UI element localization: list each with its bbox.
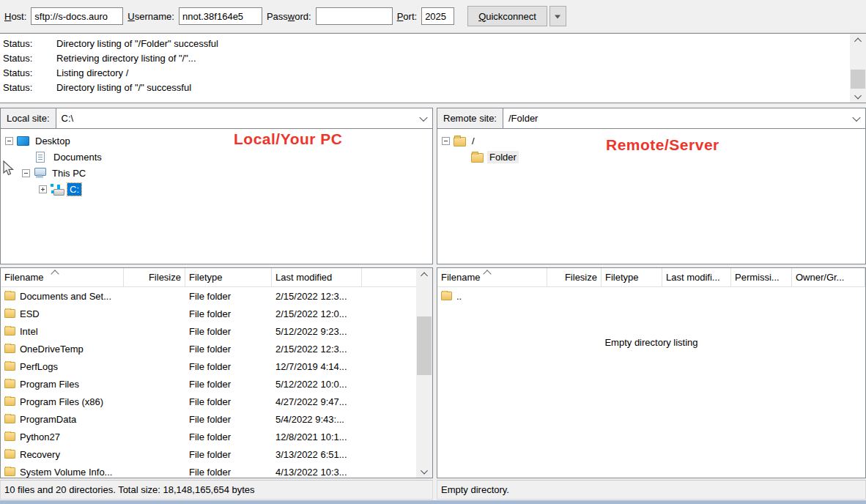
file-row[interactable]: PerfLogs File folder 12/7/2019 4:14... bbox=[1, 357, 432, 375]
column-header-filetype[interactable]: Filetype bbox=[185, 268, 272, 286]
local-file-rows: Documents and Set... File folder 2/15/20… bbox=[1, 287, 432, 481]
column-header-permissions[interactable]: Permissi... bbox=[731, 268, 792, 286]
expand-icon[interactable] bbox=[39, 185, 47, 193]
collapse-icon[interactable] bbox=[22, 169, 30, 177]
file-row-parent-directory[interactable]: .. bbox=[437, 287, 865, 305]
filezilla-window: Host: Username: Password: Port: Quickcon… bbox=[0, 0, 866, 504]
tree-item-label[interactable]: Documents bbox=[51, 151, 104, 163]
tree-item-label[interactable]: Desktop bbox=[33, 135, 73, 147]
filetype: File folder bbox=[185, 414, 272, 425]
chevron-down-icon bbox=[421, 467, 428, 474]
tree-item-desktop[interactable]: Desktop bbox=[1, 133, 432, 149]
scroll-up-button[interactable] bbox=[416, 268, 432, 281]
local-list-scrollbar[interactable] bbox=[416, 268, 432, 478]
tree-item-label[interactable]: Folder bbox=[487, 151, 519, 163]
username-input[interactable] bbox=[179, 7, 262, 25]
port-input[interactable] bbox=[421, 7, 454, 25]
collapse-icon[interactable] bbox=[442, 137, 450, 145]
quickconnect-dropdown-button[interactable] bbox=[549, 6, 566, 26]
dropdown-arrow-icon bbox=[555, 15, 560, 19]
last-modified: 4/13/2022 10:3... bbox=[272, 467, 362, 478]
folder-icon bbox=[4, 292, 15, 300]
filetype: File folder bbox=[185, 308, 272, 319]
column-header-last-modified[interactable]: Last modifi... bbox=[662, 268, 731, 286]
column-header-filename[interactable]: Filename bbox=[1, 268, 124, 286]
quickconnect-button[interactable]: Quickconnect bbox=[467, 6, 547, 26]
remote-status-bar: Empty directory. bbox=[437, 480, 866, 500]
remote-site-combobox[interactable]: /Folder bbox=[503, 108, 865, 128]
local-file-list-panel: Filename Filesize Filetype Last modified… bbox=[0, 267, 433, 478]
file-row[interactable]: System Volume Info... File folder 4/13/2… bbox=[1, 463, 432, 481]
folder-icon bbox=[4, 397, 15, 406]
folder-icon bbox=[471, 153, 484, 163]
scroll-down-button[interactable] bbox=[416, 465, 432, 478]
desktop-icon bbox=[17, 136, 29, 146]
log-label: Status: bbox=[0, 81, 56, 95]
host-input[interactable] bbox=[31, 7, 123, 25]
file-row[interactable]: Recovery File folder 3/13/2022 6:51... bbox=[1, 445, 432, 463]
column-header-filesize[interactable]: Filesize bbox=[547, 268, 602, 286]
file-row[interactable]: Intel File folder 5/12/2022 9:23... bbox=[1, 322, 432, 340]
file-row[interactable]: Program Files File folder 5/12/2022 10:0… bbox=[1, 375, 432, 393]
tree-item-this-pc[interactable]: This PC bbox=[1, 165, 432, 181]
file-row[interactable]: ESD File folder 2/15/2022 12:0... bbox=[1, 305, 432, 322]
remote-list-header: Filename Filesize Filetype Last modifi..… bbox=[437, 268, 865, 287]
scrollbar-thumb[interactable] bbox=[851, 70, 865, 89]
filetype: File folder bbox=[185, 396, 272, 407]
tree-item-documents[interactable]: Documents bbox=[1, 149, 432, 165]
folder-icon bbox=[4, 467, 15, 476]
log-message: Directory listing of "/Folder" successfu… bbox=[56, 37, 218, 51]
scrollbar-thumb[interactable] bbox=[417, 316, 432, 375]
file-row[interactable]: Python27 File folder 12/8/2021 10:1... bbox=[1, 428, 432, 445]
file-row[interactable]: ProgramData File folder 5/4/2022 9:43:..… bbox=[1, 410, 432, 428]
chevron-up-icon bbox=[421, 272, 428, 279]
filename: OneDriveTemp bbox=[20, 344, 84, 355]
tree-item-label[interactable]: This PC bbox=[50, 167, 88, 179]
folder-icon bbox=[4, 379, 15, 388]
last-modified: 2/15/2022 12:3... bbox=[272, 344, 362, 355]
folder-icon bbox=[441, 292, 452, 300]
local-list-header: Filename Filesize Filetype Last modified bbox=[1, 268, 432, 287]
last-modified: 12/7/2019 4:14... bbox=[272, 361, 362, 372]
filetype: File folder bbox=[185, 449, 272, 460]
filename: Python27 bbox=[20, 431, 60, 442]
collapse-icon[interactable] bbox=[5, 137, 13, 145]
file-row[interactable]: OneDriveTemp File folder 2/15/2022 12:3.… bbox=[1, 340, 432, 357]
local-directory-tree: Desktop Documents This PC C: Local/Your … bbox=[1, 129, 432, 264]
log-message: Listing directory / bbox=[56, 66, 128, 81]
column-header-filesize[interactable]: Filesize bbox=[124, 268, 185, 286]
remote-site-value: /Folder bbox=[508, 113, 538, 124]
filetype: File folder bbox=[185, 379, 272, 390]
last-modified: 2/15/2022 12:0... bbox=[272, 308, 362, 319]
remote-annotation: Remote/Server bbox=[606, 136, 719, 154]
filetype: File folder bbox=[185, 361, 272, 372]
column-header-last-modified[interactable]: Last modified bbox=[272, 268, 362, 286]
filetype: File folder bbox=[185, 291, 272, 302]
file-row[interactable]: Program Files (x86) File folder 4/27/202… bbox=[1, 393, 432, 410]
column-header-owner-group[interactable]: Owner/Gr... bbox=[792, 268, 865, 286]
last-modified: 5/4/2022 9:43:... bbox=[272, 414, 362, 425]
tree-item-c-drive[interactable]: C: bbox=[1, 181, 432, 197]
folder-icon bbox=[4, 309, 15, 318]
filename: Program Files bbox=[20, 379, 79, 390]
local-tree-panel: Desktop Documents This PC C: Local/Your … bbox=[0, 128, 433, 264]
remote-file-rows: .. Empty directory listing bbox=[437, 287, 865, 305]
last-modified: 3/13/2022 6:51... bbox=[272, 449, 362, 460]
scroll-up-button[interactable] bbox=[850, 34, 866, 46]
file-row[interactable]: Documents and Set... File folder 2/15/20… bbox=[1, 287, 432, 305]
tree-item-label-selected[interactable]: C: bbox=[67, 183, 81, 196]
local-site-combobox[interactable]: C:\ bbox=[56, 108, 432, 128]
column-header-filetype[interactable]: Filetype bbox=[602, 268, 662, 286]
quickconnect-bar: Host: Username: Password: Port: Quickcon… bbox=[0, 0, 866, 33]
column-header-filename[interactable]: Filename bbox=[437, 268, 547, 286]
filetype: File folder bbox=[185, 431, 272, 442]
last-modified: 5/12/2022 9:23... bbox=[272, 326, 362, 337]
local-site-bar: Local site: C:\ bbox=[0, 108, 433, 129]
password-input[interactable] bbox=[316, 7, 393, 25]
chevron-down-icon bbox=[854, 92, 862, 99]
tree-item-label[interactable]: / bbox=[470, 135, 477, 147]
remote-site-label: Remote site: bbox=[437, 108, 503, 128]
scroll-down-button[interactable] bbox=[850, 90, 866, 103]
log-scrollbar[interactable] bbox=[850, 34, 866, 103]
message-log: Status:Directory listing of "/Folder" su… bbox=[0, 33, 866, 103]
